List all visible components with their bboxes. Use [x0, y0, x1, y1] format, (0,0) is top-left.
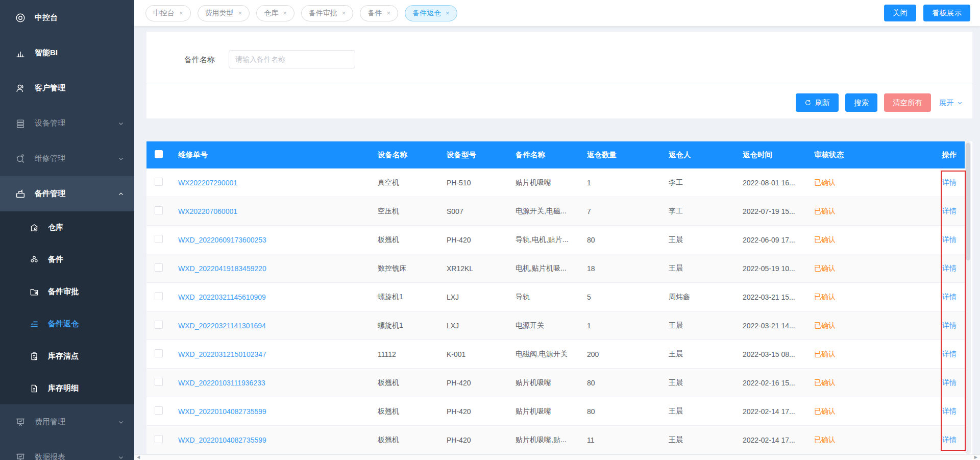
close-icon[interactable]: ×	[342, 10, 346, 16]
clear-all-button[interactable]: 清空所有	[884, 93, 931, 112]
row-checkbox[interactable]	[155, 235, 163, 243]
search-button[interactable]: 搜索	[845, 93, 877, 112]
vertical-scrollbar[interactable]	[965, 141, 971, 454]
close-icon[interactable]: ×	[238, 10, 242, 16]
horizontal-scrollbar[interactable]: ◀ ▶	[134, 454, 980, 460]
return-time-cell: 2022-02-14 17...	[736, 436, 807, 444]
detail-link[interactable]: 详情	[942, 321, 957, 329]
select-all-checkbox[interactable]	[155, 150, 163, 158]
column-header[interactable]: 审核状态	[807, 150, 887, 160]
board-display-button[interactable]: 看板展示	[923, 5, 970, 21]
row-checkbox[interactable]	[155, 178, 163, 186]
detail-link[interactable]: 详情	[942, 350, 957, 358]
row-checkbox[interactable]	[155, 406, 163, 415]
refresh-label: 刷新	[815, 98, 830, 108]
order-number-link[interactable]: WX202207290001	[178, 179, 237, 187]
table-row: WXD_20220312150102347 11112 K-001 电磁阀,电源…	[146, 340, 965, 369]
tab-warehouse[interactable]: 仓库×	[256, 5, 295, 21]
sidebar-item-warehouse[interactable]: 仓库	[0, 211, 134, 244]
sidebar-item-customers[interactable]: 客户管理	[0, 70, 134, 106]
close-icon[interactable]: ×	[179, 10, 183, 16]
refresh-button[interactable]: 刷新	[796, 93, 839, 112]
repair-search-icon	[14, 153, 27, 165]
row-checkbox[interactable]	[155, 292, 163, 300]
detail-link[interactable]: 详情	[942, 378, 957, 386]
tab-parts[interactable]: 备件×	[360, 5, 398, 21]
return-qty-cell: 5	[583, 293, 665, 301]
column-header[interactable]: 设备名称	[374, 150, 443, 160]
tab-parts-approval[interactable]: 备件审批×	[301, 5, 354, 21]
column-header[interactable]: 维修单号	[170, 150, 374, 160]
part-name-cell: 电源开关,电磁...	[511, 207, 583, 216]
detail-link[interactable]: 详情	[942, 407, 957, 415]
sidebar-item-parts-return[interactable]: 备件返仓	[0, 308, 134, 340]
sidebar-item-cost[interactable]: 费用管理	[0, 404, 134, 440]
order-number-link[interactable]: WXD_20220103111936233	[178, 379, 265, 387]
column-header[interactable]: 操作	[887, 150, 965, 160]
table-row: WXD_20220104082735599 板翘机 PH-420 贴片机吸嘴,贴…	[146, 426, 965, 454]
returner-cell: 王晨	[665, 350, 736, 359]
expand-toggle[interactable]: 展开	[939, 98, 963, 108]
order-number-link[interactable]: WXD_20220312150102347	[178, 350, 266, 358]
order-number-link[interactable]: WXD_20220321141301694	[178, 322, 266, 330]
order-number-link[interactable]: WXD_20220321145610909	[178, 293, 266, 301]
tag-bar: 中控台× 费用类型× 仓库× 备件审批× 备件× 备件返仓× 关闭 看板展示	[134, 0, 980, 27]
column-header[interactable]: 返仓数量	[583, 150, 665, 160]
scroll-right-arrow-icon[interactable]: ▶	[974, 455, 977, 460]
table-row: WXD_20220321145610909 螺旋机1 LXJ 导轨 5 周炜鑫 …	[146, 283, 965, 311]
close-page-button[interactable]: 关闭	[884, 5, 916, 21]
sidebar-item-label: 备件审批	[48, 287, 79, 297]
order-number-link[interactable]: WXD_20220104082735599	[178, 407, 266, 416]
filter-panel: 备件名称 刷新 搜索 清空所有 展开	[146, 32, 972, 118]
tab-cost-type[interactable]: 费用类型×	[198, 5, 250, 21]
column-header[interactable]: 备件名称	[511, 150, 583, 160]
column-header[interactable]: 设备型号	[443, 150, 511, 160]
close-icon[interactable]: ×	[283, 10, 287, 16]
row-checkbox[interactable]	[155, 263, 163, 272]
order-number-link[interactable]: WXD_20220609173600253	[178, 236, 266, 244]
order-number-link[interactable]: WXD_20220419183459220	[178, 264, 266, 273]
returner-cell: 王晨	[665, 321, 736, 330]
table-row: WXD_20220321141301694 螺旋机1 LXJ 电源开关 1 王晨…	[146, 311, 965, 340]
close-icon[interactable]: ×	[386, 10, 390, 16]
detail-link[interactable]: 详情	[942, 207, 957, 215]
refresh-icon	[804, 99, 812, 106]
tag-label: 备件	[368, 9, 382, 18]
device-name-cell: 板翘机	[374, 378, 443, 388]
column-header[interactable]: 返仓时间	[736, 150, 807, 160]
detail-link[interactable]: 详情	[942, 435, 957, 444]
scroll-left-arrow-icon[interactable]: ◀	[137, 455, 140, 460]
table-row: WX202207290001 真空机 PH-510 贴片机吸嘴 1 李工 202…	[146, 168, 965, 197]
device-name-cell: 板翘机	[374, 235, 443, 245]
tab-parts-return[interactable]: 备件返仓×	[405, 5, 457, 21]
sidebar-item-devices[interactable]: 设备管理	[0, 106, 134, 141]
row-checkbox[interactable]	[155, 321, 163, 329]
column-header[interactable]: 返仓人	[665, 150, 736, 160]
vertical-scrollbar-thumb[interactable]	[966, 143, 970, 260]
order-number-link[interactable]: WX202207060001	[178, 207, 237, 215]
part-name-input[interactable]	[229, 50, 355, 68]
detail-link[interactable]: 详情	[942, 178, 957, 186]
sidebar-item-report[interactable]: 数据报表	[0, 440, 134, 460]
tab-console[interactable]: 中控台×	[145, 5, 191, 21]
row-checkbox[interactable]	[155, 435, 163, 443]
detail-link[interactable]: 详情	[942, 264, 957, 272]
detail-link[interactable]: 详情	[942, 293, 957, 301]
return-time-cell: 2022-06-09 17...	[736, 236, 807, 244]
sidebar-item-spares[interactable]: 备件管理	[0, 176, 134, 211]
sidebar-item-inventory-check[interactable]: 库存清点	[0, 340, 134, 372]
row-checkbox[interactable]	[155, 349, 163, 357]
clipboard-check-icon	[29, 351, 40, 362]
return-time-cell: 2022-08-01 16...	[736, 179, 807, 187]
sidebar-item-parts[interactable]: 备件	[0, 244, 134, 276]
order-number-link[interactable]: WXD_20220104082735599	[178, 436, 266, 444]
close-icon[interactable]: ×	[446, 10, 450, 16]
sidebar-item-inventory-detail[interactable]: 库存明细	[0, 372, 134, 404]
row-checkbox[interactable]	[155, 206, 163, 214]
sidebar-item-parts-approval[interactable]: 备件审批	[0, 276, 134, 308]
sidebar-item-bi[interactable]: 智能BI	[0, 35, 134, 70]
sidebar-item-repair[interactable]: 维修管理	[0, 141, 134, 176]
row-checkbox[interactable]	[155, 378, 163, 386]
detail-link[interactable]: 详情	[942, 235, 957, 244]
sidebar-item-console[interactable]: 中控台	[0, 0, 134, 35]
